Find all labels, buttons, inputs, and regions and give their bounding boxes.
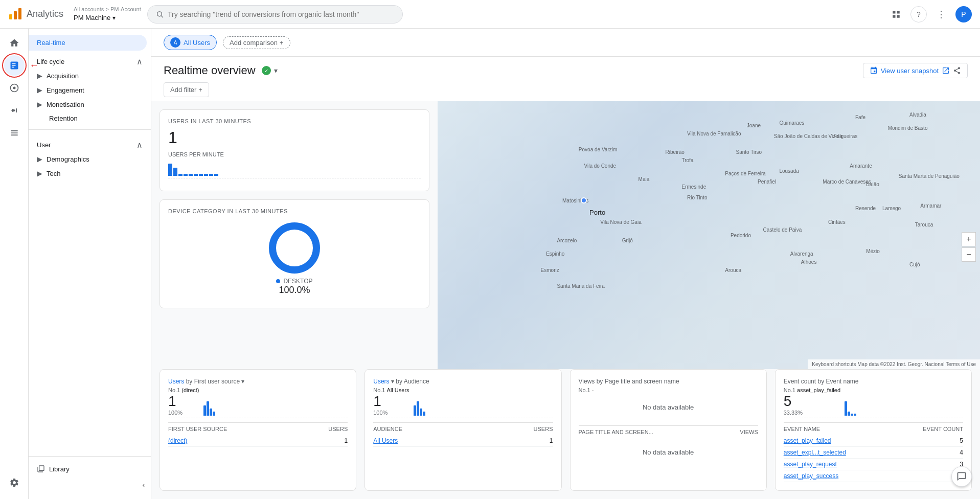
- card2-row-name[interactable]: All Users: [373, 437, 398, 444]
- nav-advertising[interactable]: [4, 100, 25, 121]
- bar-5: [189, 174, 193, 176]
- svg-rect-2: [18, 8, 21, 19]
- map-label-santa-marta: Santa Marta de Penaguião: [899, 173, 960, 179]
- sidebar-tech[interactable]: ▶ Tech: [29, 166, 151, 180]
- sidebar-monetisation[interactable]: ▶ Monetisation: [29, 97, 151, 111]
- card1-header: Users by First user source ▾: [168, 378, 348, 385]
- card2-no1-block: No.1 All Users 1 100%: [373, 387, 409, 416]
- user-title: User: [37, 141, 51, 149]
- card1-no1-block: No.1 (direct) 1 100%: [168, 387, 199, 416]
- sidebar-acquisition[interactable]: ▶ Acquisition: [29, 69, 151, 83]
- add-comparison-icon: +: [280, 39, 284, 47]
- chevron-dropdown[interactable]: ▾: [274, 66, 278, 75]
- card1-no1-label: No.1 (direct): [168, 387, 199, 393]
- svg-point-10: [13, 87, 15, 89]
- account-chevron: ▾: [112, 14, 116, 22]
- bar: [414, 405, 416, 416]
- search-input[interactable]: [168, 10, 394, 18]
- donut-legend: DESKTOP: [276, 278, 312, 285]
- bottom-card-events: Event count by Event name No.1 asset_pla…: [775, 369, 972, 491]
- library-label: Library: [49, 465, 70, 473]
- all-users-label: All Users: [184, 39, 210, 47]
- sidebar-retention[interactable]: Retention: [29, 111, 151, 125]
- users-card: USERS IN LAST 30 MINUTES 1 USERS PER MIN…: [159, 109, 429, 191]
- card2-col1: AUDIENCE: [373, 426, 402, 432]
- map-label-mondim: Mondim de Basto: [888, 125, 928, 131]
- card2-no1-metric: 1: [373, 393, 409, 410]
- map-label-alvarenga: Alvarenga: [790, 251, 813, 257]
- map-label-armamar: Armamar: [920, 203, 941, 209]
- nav-icons: ←: [0, 29, 29, 499]
- map-zoom-in[interactable]: +: [962, 232, 976, 246]
- map-label-maia: Maia: [639, 176, 650, 182]
- map-label-rio-tinto: Rio Tinto: [687, 195, 707, 200]
- card1-dropdown[interactable]: ▾: [241, 378, 244, 385]
- view-snapshot-button[interactable]: View user snapshot: [863, 63, 968, 78]
- card4-bar-chart: [845, 401, 856, 416]
- map-label-penafiel: Penafiel: [758, 179, 776, 185]
- sidebar-full: Real-time Life cycle ∧ ▶ Acquisition ▶ E…: [29, 35, 151, 493]
- card4-no1-block: No.1 asset_play_failed 5 33.33%: [784, 387, 840, 416]
- map-label-povoa: Povoa de Varzim: [579, 147, 617, 152]
- card4-row4-name[interactable]: asset_play_success: [784, 472, 838, 480]
- nav-configure[interactable]: [4, 123, 25, 143]
- card4-row3-name[interactable]: asset_play_request: [784, 461, 837, 468]
- all-users-chip[interactable]: A All Users: [164, 35, 217, 50]
- map-footer: Keyboard shortcuts Map data ©2022 Inst. …: [808, 359, 980, 369]
- card4-row1-name[interactable]: asset_play_failed: [784, 437, 831, 444]
- card2-header: Users ▾ by Audience: [373, 378, 553, 385]
- apps-button[interactable]: [888, 6, 904, 22]
- map-zoom-out[interactable]: −: [962, 247, 976, 262]
- card4-no1-row: No.1 asset_play_failed 5 33.33%: [784, 387, 963, 416]
- nav-settings[interactable]: [4, 472, 25, 493]
- monetisation-chevron: ▶: [37, 100, 42, 108]
- search-bar[interactable]: [147, 5, 403, 24]
- card2-dropdown[interactable]: ▾: [391, 378, 394, 385]
- add-comparison-button[interactable]: Add comparison +: [223, 36, 290, 49]
- logo: Analytics: [8, 7, 63, 21]
- sidebar: Real-time Life cycle ∧ ▶ Acquisition ▶ E…: [29, 29, 151, 499]
- svg-rect-7: [893, 15, 895, 17]
- card2-pct: 100%: [373, 410, 409, 416]
- nav-home[interactable]: [4, 33, 25, 53]
- sidebar-divider: [29, 129, 151, 130]
- sidebar-library[interactable]: Library: [29, 461, 151, 477]
- page-title-row: Realtime overview ▾: [164, 64, 278, 77]
- more-button[interactable]: ⋮: [933, 6, 949, 22]
- svg-rect-6: [897, 11, 900, 13]
- card3-no-data: No data available: [579, 393, 758, 421]
- user-collapse[interactable]: ∧: [136, 140, 143, 150]
- chat-button[interactable]: [951, 466, 972, 487]
- tech-label: Tech: [47, 170, 60, 177]
- bar: [845, 401, 847, 416]
- card1-row-name[interactable]: (direct): [168, 437, 187, 444]
- sidebar-realtime-label: Real-time: [37, 39, 65, 47]
- map-label-esmoriz: Esmoriz: [541, 267, 559, 273]
- card1-header-link[interactable]: Users: [168, 378, 184, 385]
- card1-header-suffix: by First user source: [186, 378, 242, 385]
- card4-row-2: asset_expl...t_selected 4: [784, 447, 963, 459]
- card2-header-link[interactable]: Users: [373, 378, 389, 385]
- sidebar-item-realtime[interactable]: Real-time: [29, 35, 147, 51]
- card4-row2-name[interactable]: asset_expl...t_selected: [784, 449, 846, 456]
- donut-chart: [269, 222, 320, 274]
- sidebar-collapse[interactable]: ‹: [29, 477, 151, 493]
- nav-explore[interactable]: [4, 78, 25, 98]
- sidebar-spacer: [29, 180, 151, 452]
- sidebar-demographics[interactable]: ▶ Demographics: [29, 152, 151, 166]
- sidebar-engagement[interactable]: ▶ Engagement: [29, 83, 151, 97]
- lifecycle-collapse[interactable]: ∧: [136, 57, 143, 66]
- realtime-status: ▾: [262, 66, 278, 75]
- avatar[interactable]: P: [955, 6, 972, 22]
- topbar-actions: ? ⋮ P: [888, 6, 972, 22]
- add-filter-button[interactable]: Add filter +: [164, 82, 209, 97]
- map-label-cinfaes: Cinfães: [828, 219, 846, 225]
- account-info[interactable]: All accounts > PM-Account PM Machine ▾: [74, 6, 141, 23]
- bar: [423, 412, 425, 416]
- bottom-card-audience: Users ▾ by Audience No.1 All Users 1 100…: [364, 369, 561, 491]
- nav-reports[interactable]: ←: [4, 55, 25, 76]
- acquisition-label: Acquisition: [47, 72, 79, 80]
- help-button[interactable]: ?: [910, 6, 927, 22]
- map-label-tarouca: Tarouca: [915, 222, 933, 228]
- map-label-lamego: Lamego: [882, 206, 901, 211]
